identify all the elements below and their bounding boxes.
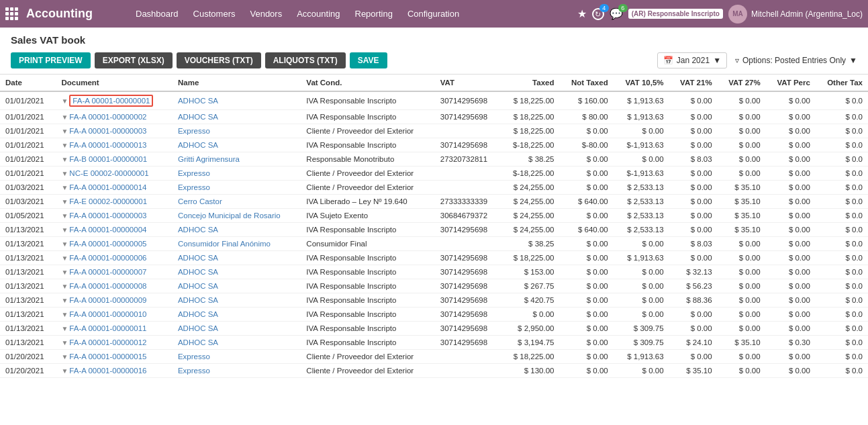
document-cell[interactable]: FA-A 00001-00000006 [69, 254, 146, 262]
document-cell[interactable]: FA-A 00001-00000003 [69, 127, 146, 135]
cell-document[interactable]: ▼FA-A 00001-00000011 [56, 322, 173, 336]
cell-document[interactable]: ▼FA-A 00001-00000006 [56, 251, 173, 265]
row-expand-icon[interactable]: ▼ [61, 283, 68, 290]
cell-date[interactable]: 01/13/2021 [0, 265, 56, 279]
cell-name[interactable]: ADHOC SA [173, 336, 301, 350]
cell-document[interactable]: ▼FA-A 00001-00000001 [56, 91, 173, 110]
vouchers-txt-button[interactable]: VOUCHERS (TXT) [177, 52, 261, 68]
cell-date[interactable]: 01/01/2021 [0, 138, 56, 152]
cell-document[interactable]: ▼FA-A 00001-00000015 [56, 350, 173, 364]
cell-date[interactable]: 01/20/2021 [0, 350, 56, 364]
col-document[interactable]: Document [56, 75, 173, 91]
cell-name[interactable]: Cerro Castor [173, 195, 301, 209]
col-name[interactable]: Name [173, 75, 301, 91]
cell-date[interactable]: 01/01/2021 [0, 91, 56, 110]
cell-date[interactable]: 01/05/2021 [0, 209, 56, 223]
cell-name[interactable]: ADHOC SA [173, 293, 301, 308]
cell-document[interactable]: ▼FA-A 00001-00000012 [56, 336, 173, 350]
document-cell[interactable]: FA-E 00002-00000001 [69, 197, 147, 205]
cell-name[interactable]: Concejo Municipal de Rosario [173, 209, 301, 223]
col-vat27[interactable]: VAT 27% [718, 75, 766, 91]
cell-document[interactable]: ▼NC-E 00002-00000001 [56, 167, 173, 181]
document-cell[interactable]: FA-A 00001-00000001 [69, 95, 153, 107]
cell-date[interactable]: 01/01/2021 [0, 124, 56, 138]
cell-document[interactable]: ▼FA-E 00002-00000001 [56, 195, 173, 209]
cell-document[interactable]: ▼FA-A 00001-00000007 [56, 265, 173, 279]
cell-name[interactable]: ADHOC SA [173, 279, 301, 293]
cell-date[interactable]: 01/01/2021 [0, 152, 56, 167]
document-cell[interactable]: FA-A 00001-00000003 [69, 211, 146, 220]
cell-document[interactable]: ▼FA-A 00001-00000013 [56, 138, 173, 152]
cell-document[interactable]: ▼FA-A 00001-00000014 [56, 181, 173, 195]
cell-name[interactable]: ADHOC SA [173, 91, 301, 110]
document-cell[interactable]: FA-A 00001-00000013 [69, 141, 146, 149]
row-expand-icon[interactable]: ▼ [61, 212, 68, 220]
options-filter[interactable]: ▿ Options: Posted Entries Only ▼ [735, 56, 857, 65]
nav-configuration[interactable]: Configuration [401, 5, 466, 23]
cell-document[interactable]: ▼FA-A 00001-00000005 [56, 237, 173, 251]
cell-name[interactable]: ADHOC SA [173, 265, 301, 279]
col-vat[interactable]: VAT [435, 75, 501, 91]
cell-name[interactable]: ADHOC SA [173, 110, 301, 124]
row-expand-icon[interactable]: ▼ [61, 325, 68, 332]
cell-name[interactable]: Expresso [173, 364, 301, 378]
row-expand-icon[interactable]: ▼ [61, 339, 68, 346]
user-menu[interactable]: MA Mitchell Admin (Argentina_Loc) [728, 5, 863, 23]
row-expand-icon[interactable]: ▼ [61, 142, 68, 149]
cell-date[interactable]: 01/03/2021 [0, 181, 56, 195]
cell-name[interactable]: Expresso [173, 350, 301, 364]
cell-document[interactable]: ▼FA-A 00001-00000010 [56, 308, 173, 322]
cell-name[interactable]: Consumidor Final Anónimo [173, 237, 301, 251]
row-expand-icon[interactable]: ▼ [61, 128, 68, 135]
cell-date[interactable]: 01/03/2021 [0, 195, 56, 209]
row-expand-icon[interactable]: ▼ [61, 170, 68, 177]
cell-date[interactable]: 01/13/2021 [0, 251, 56, 265]
activities-icon[interactable]: ★ [577, 7, 587, 20]
document-cell[interactable]: NC-E 00002-00000001 [69, 169, 148, 177]
print-preview-button[interactable]: PRINT PREVIEW [11, 52, 91, 68]
save-button[interactable]: SAVE [350, 52, 387, 68]
row-expand-icon[interactable]: ▼ [61, 198, 68, 205]
updates-icon[interactable]: ↻ 4 [592, 7, 604, 21]
apps-icon[interactable] [5, 7, 18, 20]
messages-icon[interactable]: 💬 6 [610, 7, 623, 20]
cell-date[interactable]: 01/13/2021 [0, 237, 56, 251]
document-cell[interactable]: FA-A 00001-00000016 [69, 367, 146, 375]
cell-name[interactable]: Expresso [173, 124, 301, 138]
col-vat105[interactable]: VAT 10,5% [614, 75, 669, 91]
cell-name[interactable]: ADHOC SA [173, 223, 301, 237]
cell-date[interactable]: 01/13/2021 [0, 223, 56, 237]
cell-document[interactable]: ▼FA-A 00001-00000003 [56, 209, 173, 223]
cell-document[interactable]: ▼FA-A 00001-00000016 [56, 364, 173, 378]
aliquots-txt-button[interactable]: ALIQUOTS (TXT) [265, 52, 346, 68]
col-date[interactable]: Date [0, 75, 56, 91]
document-cell[interactable]: FA-B 00001-00000001 [69, 155, 147, 163]
ar-localization-badge[interactable]: (AR) Responsable Inscripto [628, 9, 723, 19]
nav-accounting[interactable]: Accounting [290, 5, 346, 23]
date-filter[interactable]: 📅 Jan 2021 ▼ [657, 52, 727, 68]
cell-date[interactable]: 01/01/2021 [0, 110, 56, 124]
document-cell[interactable]: FA-A 00001-00000012 [69, 338, 146, 346]
document-cell[interactable]: FA-A 00001-00000008 [69, 282, 146, 290]
nav-dashboard[interactable]: Dashboard [129, 5, 185, 23]
document-cell[interactable]: FA-A 00001-00000010 [69, 310, 146, 318]
cell-name[interactable]: Expresso [173, 181, 301, 195]
row-expand-icon[interactable]: ▼ [61, 367, 68, 375]
document-cell[interactable]: FA-A 00001-00000014 [69, 183, 146, 191]
row-expand-icon[interactable]: ▼ [61, 297, 68, 304]
cell-document[interactable]: ▼FA-A 00001-00000009 [56, 293, 173, 308]
document-cell[interactable]: FA-A 00001-00000007 [69, 268, 146, 276]
cell-date[interactable]: 01/13/2021 [0, 322, 56, 336]
row-expand-icon[interactable]: ▼ [61, 269, 68, 276]
cell-document[interactable]: ▼FA-A 00001-00000003 [56, 124, 173, 138]
row-expand-icon[interactable]: ▼ [61, 184, 68, 191]
document-cell[interactable]: FA-A 00001-00000011 [69, 324, 146, 332]
row-expand-icon[interactable]: ▼ [61, 97, 68, 105]
cell-document[interactable]: ▼FA-A 00001-00000008 [56, 279, 173, 293]
col-vat21[interactable]: VAT 21% [669, 75, 718, 91]
cell-date[interactable]: 01/13/2021 [0, 308, 56, 322]
nav-vendors[interactable]: Vendors [243, 5, 289, 23]
cell-document[interactable]: ▼FA-A 00001-00000004 [56, 223, 173, 237]
cell-name[interactable]: ADHOC SA [173, 308, 301, 322]
row-expand-icon[interactable]: ▼ [61, 254, 68, 262]
